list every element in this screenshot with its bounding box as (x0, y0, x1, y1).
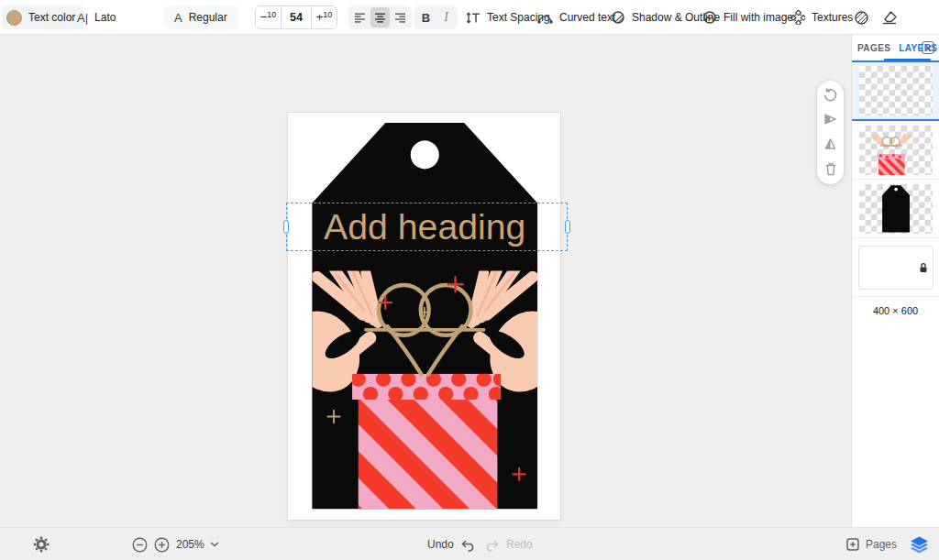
align-left-icon (354, 13, 366, 23)
align-right-button[interactable] (391, 7, 410, 27)
panel-tabs: PAGES LAYERS (852, 35, 939, 60)
heading-text-thumbnail (859, 66, 933, 115)
lock-icon (919, 262, 928, 273)
design-editor: Text color A| Lato A Regular −10 +10 (0, 0, 939, 560)
zoom-level-value: 205% (176, 538, 204, 551)
text-color-label: Text color (28, 11, 75, 24)
tag-shape-thumbnail (859, 184, 933, 234)
rotate-button[interactable] (823, 87, 839, 104)
text-align-group (348, 5, 412, 29)
layer-item-gift-illustration[interactable] (852, 121, 939, 180)
undo-icon (459, 538, 477, 552)
align-center-icon (374, 13, 386, 23)
redo-label: Redo (506, 538, 533, 551)
curved-text-button[interactable]: Curved text (537, 0, 615, 35)
fill-with-image-button[interactable]: Fill with image (702, 0, 793, 35)
zoom-level-selector[interactable]: 205% (176, 528, 219, 560)
delete-button[interactable] (823, 161, 839, 178)
zoom-out-icon (132, 537, 148, 553)
font-family-icon: A| (77, 11, 88, 25)
gift-box-body (359, 399, 498, 509)
element-tools (817, 81, 844, 184)
font-style-selector[interactable]: A Regular (163, 5, 238, 29)
flip-vertical-button[interactable] (823, 137, 839, 153)
text-selection-box[interactable] (286, 203, 568, 251)
align-right-icon (394, 13, 406, 23)
align-center-button[interactable] (370, 7, 390, 27)
pages-label: Pages (866, 538, 897, 551)
font-style-icon: A (174, 11, 182, 25)
close-icon (925, 45, 932, 51)
close-panel-button[interactable] (922, 41, 934, 54)
text-toolbar: Text color A| Lato A Regular −10 +10 (0, 0, 939, 35)
gift-tag-design: Add heading (288, 113, 560, 520)
curved-text-icon (537, 12, 553, 24)
textures-icon (790, 10, 805, 25)
text-color-swatch (6, 10, 22, 26)
opacity-button[interactable] (854, 0, 869, 35)
undo-button[interactable]: Undo (427, 528, 477, 560)
eraser-button[interactable] (881, 0, 898, 35)
layers-icon (910, 536, 929, 554)
undo-label: Undo (427, 538, 454, 551)
italic-button[interactable]: I (436, 7, 456, 27)
gear-icon (33, 536, 50, 553)
text-color-button[interactable]: Text color (2, 5, 84, 29)
shadow-outline-icon (611, 10, 625, 25)
opacity-icon (854, 10, 869, 26)
bold-button[interactable]: B (416, 7, 436, 27)
add-page-icon (845, 537, 860, 552)
flip-horizontal-icon (823, 112, 838, 126)
increase-font-size-button[interactable]: +10 (312, 6, 337, 28)
zoom-in-button[interactable] (154, 528, 170, 560)
text-spacing-icon (466, 11, 481, 25)
bottom-bar: 205% Undo Redo Pages (0, 527, 939, 560)
zoom-out-button[interactable] (132, 528, 148, 560)
resize-handle-left[interactable] (283, 220, 289, 234)
rotate-icon (823, 87, 838, 103)
background-thumbnail (858, 246, 933, 290)
settings-button[interactable] (33, 528, 50, 560)
font-size-stepper: −10 +10 (255, 5, 337, 29)
layer-item-heading-text[interactable] (852, 60, 939, 121)
flip-vertical-icon (823, 137, 838, 151)
layer-item-tag-shape[interactable] (852, 180, 939, 238)
layer-item-background[interactable] (852, 238, 939, 297)
tab-pages[interactable]: PAGES (857, 43, 890, 53)
textures-button[interactable]: Textures (790, 0, 853, 35)
canvas-size-label: 400 × 600 (852, 305, 939, 316)
text-style-group: B I (414, 5, 458, 29)
fill-with-image-icon (702, 10, 717, 25)
decrease-font-size-button[interactable]: −10 (256, 6, 281, 28)
layers-panel: PAGES LAYERS (851, 35, 939, 527)
redo-button[interactable]: Redo (483, 528, 533, 560)
flip-horizontal-button[interactable] (823, 112, 839, 128)
resize-handle-right[interactable] (565, 220, 570, 234)
font-family-value: Lato (94, 11, 116, 24)
font-size-input[interactable] (282, 6, 311, 28)
align-left-button[interactable] (350, 7, 370, 27)
canvas-workspace: Add heading (0, 35, 851, 527)
trash-icon (823, 161, 838, 177)
font-family-selector[interactable]: A| Lato (77, 0, 116, 35)
zoom-in-icon (154, 537, 170, 553)
chevron-down-icon (210, 542, 219, 547)
design-artboard[interactable]: Add heading (287, 112, 561, 521)
gift-illustration-thumbnail (859, 126, 933, 175)
layers-toggle-button[interactable] (910, 528, 929, 560)
redo-icon (483, 538, 501, 552)
eraser-icon (881, 10, 898, 25)
pages-button[interactable]: Pages (845, 528, 897, 560)
font-style-value: Regular (189, 11, 227, 24)
